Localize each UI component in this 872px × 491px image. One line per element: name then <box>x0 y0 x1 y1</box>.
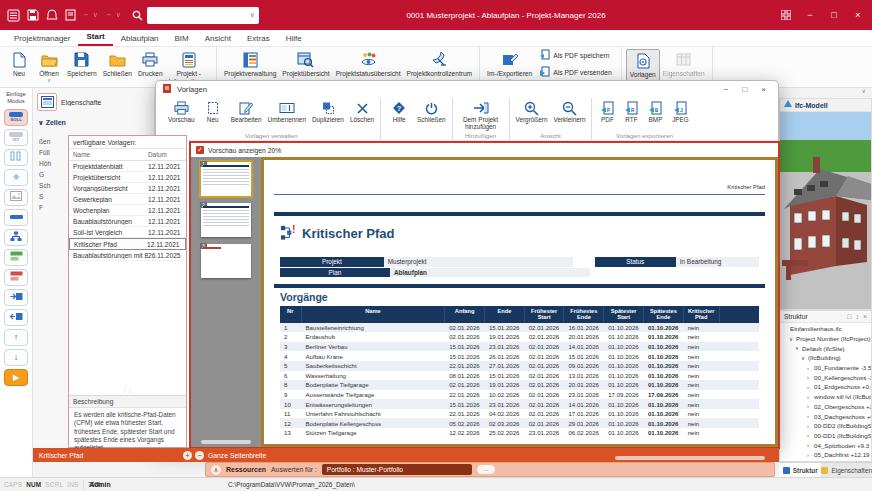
portfolio-select[interactable]: Portfolio : Muster-Portfolio <box>322 464 472 475</box>
bearbeiten-button[interactable]: Bearbeiten <box>228 98 265 123</box>
fit-width-button[interactable]: Ganze Seitenbreite <box>208 452 266 459</box>
tab-ablaufplan[interactable]: Ablaufplan <box>113 32 167 46</box>
ifc-3d-view[interactable] <box>780 112 871 309</box>
col-datum[interactable]: Datum <box>148 151 182 158</box>
structure-tree-item[interactable]: ∨Project Number (IfcProject) <box>780 334 871 344</box>
dialog-close-button[interactable]: × <box>761 85 766 94</box>
dialog-schliessen-button[interactable]: Schließen <box>414 98 448 123</box>
template-row[interactable]: Gewerkeplan12.11.2021 <box>69 194 186 205</box>
structure-tree-item[interactable]: ›01_Erdgeschoss +0.0 (If <box>780 382 871 392</box>
global-search-input[interactable]: ∨ <box>147 7 259 24</box>
move-up-button[interactable]: ↑ <box>4 329 28 346</box>
duplizieren-button[interactable]: Duplizieren <box>309 98 347 123</box>
verkleinern-button[interactable]: Verkleinern <box>551 98 589 123</box>
tab-hilfe[interactable]: Hilfe <box>278 32 310 46</box>
portfolio-more-button[interactable]: ... <box>477 465 495 474</box>
structure-tree-item[interactable]: ›00-DD1 (IfcBuildingStor <box>780 431 871 441</box>
notifications-icon[interactable] <box>46 9 58 21</box>
tab-start[interactable]: Start <box>78 30 112 46</box>
dialog-minimize-button[interactable]: − <box>724 85 729 94</box>
als-pdf-speichern-button[interactable]: Als PDF speichern <box>540 49 612 61</box>
structure-tree-item[interactable]: ›00-DD2 (IfcBuildingStor <box>780 421 871 431</box>
move-down-button[interactable]: ↓ <box>4 349 28 366</box>
outdent-task-button[interactable] <box>4 309 28 326</box>
export-rtf-button[interactable]: RRTF <box>619 98 643 123</box>
template-row[interactable]: Vorgangsübersicht12.11.2021 <box>69 183 186 194</box>
image-tool-button[interactable] <box>4 189 28 206</box>
vorlagen-panel-icon[interactable] <box>37 93 57 111</box>
zoom-level[interactable]: 70% <box>88 481 101 488</box>
milestone-tool-button[interactable]: ◆ <box>4 169 28 186</box>
umbenennen-button[interactable]: Umbenennen <box>265 98 309 123</box>
template-row[interactable]: Bauablaufstörungen mit Bildern26.11.2025 <box>69 250 186 261</box>
bar-tool-button[interactable] <box>4 209 28 226</box>
structure-tree-item[interactable]: ›00_Kellergeschoss -2.70 <box>780 372 871 382</box>
export-bmp-button[interactable]: BBMP <box>643 98 667 123</box>
template-row[interactable]: Soll-Ist Vergleich12.11.2021 <box>69 227 186 238</box>
structure-tree-item[interactable]: ∨Default (IfcSite) <box>780 343 871 353</box>
template-row[interactable]: Bauablaufstörungen12.11.2021 <box>69 216 186 227</box>
add-task-button[interactable] <box>4 249 28 266</box>
tab-bim[interactable]: BIM <box>167 32 197 46</box>
col-name[interactable]: Name <box>73 151 148 158</box>
run-button[interactable]: ▶ <box>4 369 28 386</box>
splitter-grip[interactable]: ⋮⋮ <box>69 387 186 395</box>
tab-ansicht[interactable]: Ansicht <box>197 32 239 46</box>
schliessen-button[interactable]: Schließen <box>100 49 135 79</box>
indent-task-button[interactable] <box>4 289 28 306</box>
projektverwaltung-button[interactable]: Projektverwaltung <box>221 49 279 79</box>
dem-projekt-hinzufuegen-button[interactable]: Dem Projekt hinzufügen <box>456 98 506 130</box>
save-icon[interactable] <box>27 9 39 21</box>
structure-tree-item[interactable]: Einfamilienhaus.ifc <box>780 324 871 334</box>
structure-tree-item[interactable]: ›02_Obergeschoss +3.19 <box>780 402 871 412</box>
projektstatusuebersicht-button[interactable]: Projektstatusübersicht <box>333 49 404 79</box>
oeffnen-button[interactable]: Öffnen ∨ <box>34 49 64 84</box>
remove-task-button[interactable] <box>4 269 28 286</box>
page-thumbnail[interactable]: 3 <box>201 244 251 278</box>
als-pdf-versenden-button[interactable]: Als PDF versenden <box>540 66 612 78</box>
app-menu-icon[interactable] <box>7 9 20 22</box>
structure-tree-item[interactable]: ›04_Spitzboden +9.3 (Ifc <box>780 440 871 450</box>
vorlagen-ribbon-button[interactable]: Vorlagen <box>626 49 660 81</box>
tab-projektmanager[interactable]: Projektmanager <box>6 32 78 46</box>
panel-close-icon[interactable]: × <box>863 313 867 320</box>
neu-button[interactable]: Neu <box>4 49 34 79</box>
template-row[interactable]: Kritischer Pfad12.11.2021 <box>69 238 186 250</box>
im-exportieren-button[interactable]: Im-/Exportieren ∨ <box>484 49 535 84</box>
speichern-button[interactable]: Speichern <box>64 49 100 79</box>
page-thumbnail[interactable]: 1 <box>201 162 251 196</box>
vergroessern-button[interactable]: Vergrößern <box>513 98 551 123</box>
columns-tool-button[interactable] <box>4 149 28 166</box>
structure-tree-item[interactable]: ∨(IfcBuilding) <box>780 353 871 363</box>
hilfe-button[interactable]: ?Hilfe <box>384 98 414 123</box>
properties-group-zellen[interactable]: ∨ Zellen <box>38 119 66 127</box>
thumbnail-scrollbar[interactable] <box>201 440 251 444</box>
panel-float-icon[interactable]: □ <box>847 313 851 320</box>
document-icon[interactable] <box>65 9 76 21</box>
tab-eigenschaften[interactable]: Eigenschaften <box>821 463 872 477</box>
preview-h-scrollbar[interactable] <box>615 456 765 460</box>
structure-tree-item[interactable]: ›03_Dachgeschoss +6.0 ( <box>780 411 871 421</box>
projektkontrollzentrum-button[interactable]: Projektkontrollzentrum <box>404 49 476 79</box>
drucken-button[interactable]: Drucken <box>135 49 166 79</box>
close-button[interactable]: × <box>846 0 870 30</box>
structure-tree-item[interactable]: ›05_Dachfirst +12.19 (Ifc <box>780 450 871 460</box>
export-jpeg-button[interactable]: JJPEG <box>667 98 693 123</box>
template-row[interactable]: Projektdatenblatt12.11.2021 <box>69 161 186 172</box>
ist-mode-button[interactable]: IST <box>4 129 28 146</box>
maximize-button[interactable]: □ <box>822 0 846 30</box>
vorlagen-dialog-titlebar[interactable]: Vorlagen − □ × <box>156 81 778 98</box>
soll-mode-button[interactable]: SOLL <box>4 109 28 126</box>
tab-extras[interactable]: Extras <box>239 32 278 46</box>
layout-grid-icon[interactable] <box>774 0 798 30</box>
template-row[interactable]: Projektübersicht12.11.2021 <box>69 172 186 183</box>
export-pdf-button[interactable]: PPDF <box>595 98 619 123</box>
preview-zoom-out-button[interactable]: − <box>195 451 204 460</box>
oeffnen-dropdown-icon[interactable]: ∨ <box>47 78 51 83</box>
neu-vorlage-button[interactable]: Neu <box>198 98 228 123</box>
page-thumbnail[interactable]: 2 <box>201 203 251 237</box>
dialog-maximize-button[interactable]: □ <box>742 85 747 94</box>
loeschen-button[interactable]: Löschen <box>347 98 377 123</box>
ressourcen-collapse-button[interactable]: ∧ <box>211 465 221 475</box>
minimize-button[interactable]: − <box>798 0 822 30</box>
